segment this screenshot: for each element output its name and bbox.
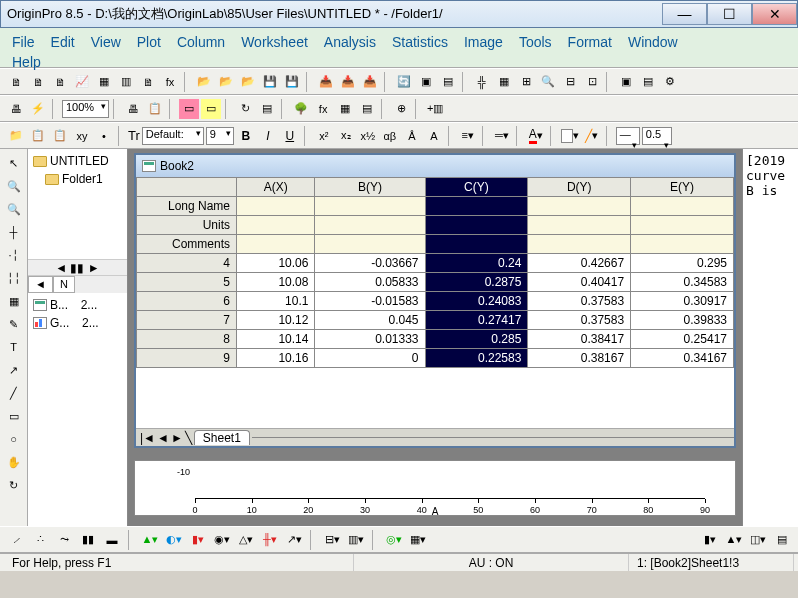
stock-plot-icon[interactable]: ╫▾ (260, 530, 280, 550)
new-graph-icon[interactable]: 📈 (72, 72, 92, 92)
data-cell[interactable]: 0.38417 (528, 330, 631, 349)
folder-tree[interactable]: UNTITLED Folder1 (28, 149, 127, 259)
slide-icon[interactable]: ▭ (179, 99, 199, 119)
data-cell[interactable]: -0.01583 (315, 292, 425, 311)
column-header[interactable]: C(Y) (425, 178, 528, 197)
copy-page-icon[interactable]: 📋 (145, 99, 165, 119)
font-smaller-button[interactable]: A (424, 126, 444, 146)
workbook-titlebar[interactable]: Book2 (136, 155, 734, 177)
data-cell[interactable]: 10.06 (237, 254, 315, 273)
line-tool-icon[interactable]: ╱ (4, 383, 24, 403)
add-column-icon[interactable]: +▥ (425, 99, 445, 119)
column-plot-icon[interactable]: ▮▮ (78, 530, 98, 550)
copy-format-icon[interactable]: 📋 (28, 126, 48, 146)
arrow-tool-icon[interactable]: ↗ (4, 360, 24, 380)
rect-tool-icon[interactable]: ▭ (4, 406, 24, 426)
data-cell[interactable]: 0.34167 (631, 349, 734, 368)
data-cell[interactable]: 10.12 (237, 311, 315, 330)
new-function-icon[interactable]: fx (160, 72, 180, 92)
close-button[interactable]: ✕ (752, 3, 797, 25)
sheet-tab[interactable]: Sheet1 (194, 430, 250, 445)
underline-button[interactable]: U (280, 126, 300, 146)
data-cell[interactable]: 0.285 (425, 330, 528, 349)
3d-wire-plot-icon[interactable]: ◫▾ (748, 530, 768, 550)
xy-icon[interactable]: xy (72, 126, 92, 146)
menu-worksheet[interactable]: Worksheet (233, 32, 316, 52)
menu-plot[interactable]: Plot (129, 32, 169, 52)
data-cell[interactable]: 10.14 (237, 330, 315, 349)
tree-scrollbar[interactable]: ◄ ▮▮ ► (28, 259, 127, 275)
import-wizard-icon[interactable]: 📥 (316, 72, 336, 92)
data-cell[interactable]: 0.2875 (425, 273, 528, 292)
menu-image[interactable]: Image (456, 32, 511, 52)
menu-help[interactable]: Help (4, 52, 794, 72)
menu-view[interactable]: View (83, 32, 129, 52)
data-cell[interactable]: 0 (315, 349, 425, 368)
data-cell[interactable]: 0.295 (631, 254, 734, 273)
merge-icon[interactable]: ⊟ (560, 72, 580, 92)
data-cell[interactable]: 0.22583 (425, 349, 528, 368)
layers-icon[interactable]: ▤ (438, 72, 458, 92)
meta-cell[interactable] (631, 235, 734, 254)
save-template-icon[interactable]: 💾 (282, 72, 302, 92)
data-cell[interactable]: 0.37583 (528, 311, 631, 330)
digitize-icon[interactable]: ⊕ (391, 99, 411, 119)
3d-bar-plot-icon[interactable]: ▮▾ (700, 530, 720, 550)
data-cell[interactable]: 0.37583 (528, 292, 631, 311)
bar-plot-icon[interactable]: ▬ (102, 530, 122, 550)
line-style-button[interactable]: ═▾ (492, 126, 512, 146)
column-header[interactable]: E(Y) (631, 178, 734, 197)
import-multi-icon[interactable]: 📥 (360, 72, 380, 92)
meta-cell[interactable] (425, 197, 528, 216)
results2-icon[interactable]: ▦ (335, 99, 355, 119)
script-icon[interactable]: ▤ (357, 99, 377, 119)
align-button[interactable]: ≡▾ (458, 126, 478, 146)
menu-format[interactable]: Format (560, 32, 620, 52)
duplicate-icon[interactable]: ▣ (416, 72, 436, 92)
data-cell[interactable]: 0.34583 (631, 273, 734, 292)
refresh-icon[interactable]: 🔄 (394, 72, 414, 92)
recalc-icon[interactable]: ↻ (235, 99, 255, 119)
line-scatter-plot-icon[interactable]: ⤳ (54, 530, 74, 550)
row-header[interactable]: 6 (137, 292, 237, 311)
data-cell[interactable]: 0.39833 (631, 311, 734, 330)
row-header[interactable]: 7 (137, 311, 237, 330)
results-log[interactable]: [2019 curve B is (742, 149, 798, 526)
vector-plot-icon[interactable]: ↗▾ (284, 530, 304, 550)
bold-button[interactable]: B (236, 126, 256, 146)
meta-cell[interactable] (237, 216, 315, 235)
print-icon[interactable]: 🖶 (6, 99, 26, 119)
data-cell[interactable]: 0.40417 (528, 273, 631, 292)
box-plot-icon[interactable]: ⊟▾ (322, 530, 342, 550)
new-notes-icon[interactable]: 🗎 (138, 72, 158, 92)
zoom-out-tool-icon[interactable]: 🔍 (4, 199, 24, 219)
worksheet-grid[interactable]: A(X)B(Y)C(Y)D(Y)E(Y)Long NameUnitsCommen… (136, 177, 734, 428)
row-header[interactable]: 5 (137, 273, 237, 292)
polar-plot-icon[interactable]: ◉▾ (212, 530, 232, 550)
mask-tool-icon[interactable]: ▦ (4, 291, 24, 311)
menu-edit[interactable]: Edit (43, 32, 83, 52)
menu-window[interactable]: Window (620, 32, 686, 52)
zoom-combo[interactable]: 100% (62, 100, 109, 118)
superscript-button[interactable]: x² (314, 126, 334, 146)
data-cell[interactable]: 10.1 (237, 292, 315, 311)
row-header[interactable]: 4 (137, 254, 237, 273)
theme-icon[interactable]: 📁 (6, 126, 26, 146)
data-cell[interactable]: 0.25417 (631, 330, 734, 349)
column-header[interactable]: D(Y) (528, 178, 631, 197)
pointer-tool-icon[interactable]: ↖ (4, 153, 24, 173)
print-preview-icon[interactable]: 🖶 (123, 99, 143, 119)
fill-color-button[interactable]: ▾ (560, 126, 580, 146)
line-plot-icon[interactable]: ⟋ (6, 530, 26, 550)
new-workbook-icon[interactable]: 🗎 (28, 72, 48, 92)
graph-window[interactable]: -10 0102030405060708090 A (134, 460, 736, 516)
rescale-icon[interactable]: ⊞ (516, 72, 536, 92)
data-tool-icon[interactable]: ·╎ (4, 245, 24, 265)
font-combo[interactable]: Default: (142, 127, 204, 145)
circle-tool-icon[interactable]: ○ (4, 429, 24, 449)
save-icon[interactable]: 💾 (260, 72, 280, 92)
meta-cell[interactable] (315, 197, 425, 216)
data-cell[interactable]: 0.27417 (425, 311, 528, 330)
rotate-tool-icon[interactable]: ↻ (4, 475, 24, 495)
code-builder-icon[interactable]: ⚙ (660, 72, 680, 92)
